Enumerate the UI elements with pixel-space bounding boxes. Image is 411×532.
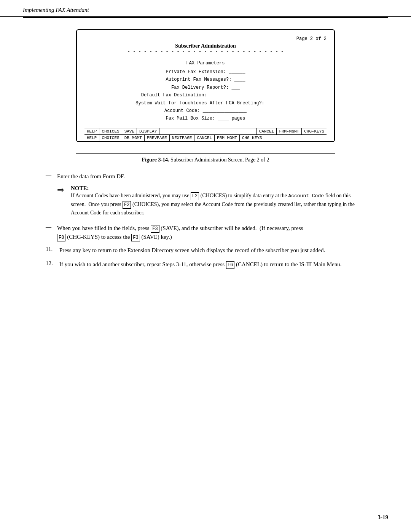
fkey-f3-inline-2: F3 bbox=[131, 234, 140, 241]
fkey-f8-inline: F8 bbox=[57, 234, 65, 241]
fkey-cancel-2[interactable]: CANCEL bbox=[194, 135, 215, 141]
screen-field-line: Default Fax Destination: _______________… bbox=[84, 91, 327, 99]
note-content: NOTE: If Account Codes have been adminis… bbox=[71, 185, 365, 217]
dash-item-2: — When you have filled in the fields, pr… bbox=[46, 224, 365, 241]
numbered-item-11: 11. Press any key to return to the Exten… bbox=[46, 246, 365, 255]
fkey-display[interactable]: DISPLAY bbox=[137, 128, 159, 134]
screen-field-line: Account Code: ________________ bbox=[84, 107, 327, 115]
screen-field-line: System Wait for Touchtones After FCA Gre… bbox=[84, 99, 327, 107]
screen-title: Subscriber Administration bbox=[84, 43, 327, 49]
fkey-row-1: HELP CHOICES SAVE DISPLAY CANCEL FRM-MGM… bbox=[84, 128, 327, 135]
screen-dashes: - - - - - - - - - - - - - - - - - - - - … bbox=[84, 49, 327, 54]
num-text-11: Press any key to return to the Extension… bbox=[59, 246, 325, 255]
note-block: ⇒ NOTE: If Account Codes have been admin… bbox=[57, 185, 365, 217]
fkey-cancel-1[interactable]: CANCEL bbox=[257, 128, 277, 134]
note-label: NOTE: bbox=[71, 185, 365, 192]
fkey-f6-inline: F6 bbox=[226, 261, 234, 269]
fkey-frmmgmt-2[interactable]: FRM-MGMT bbox=[215, 135, 240, 141]
screen-box: Page 2 of 2 Subscriber Administration - … bbox=[76, 29, 335, 142]
fkey-help-2[interactable]: HELP bbox=[84, 135, 99, 141]
fkey-area: HELP CHOICES SAVE DISPLAY CANCEL FRM-MGM… bbox=[84, 128, 327, 141]
fkey-choices-2[interactable]: CHOICES bbox=[99, 135, 122, 141]
screen-field-line: Fax Mail Box Size: ____ pages bbox=[84, 115, 327, 122]
num-bullet-12: 12. bbox=[46, 260, 59, 267]
screen-section-label: FAX Parameters bbox=[84, 61, 327, 66]
page-footer: 3-19 bbox=[378, 514, 389, 521]
numbered-item-12: 12. If you wish to add another subscribe… bbox=[46, 260, 365, 269]
dash-text-1: Enter the data from Form DF. bbox=[57, 172, 125, 181]
note-text: If Account Codes have been administered,… bbox=[71, 192, 365, 217]
main-content: Page 2 of 2 Subscriber Administration - … bbox=[0, 18, 411, 286]
figure-number: Figure 3-14. bbox=[142, 157, 169, 163]
header-title: Implementing FAX Attendant bbox=[23, 7, 89, 13]
note-arrow-icon: ⇒ bbox=[57, 185, 68, 217]
screen-field-line: Fax Delivery Report?: ___ bbox=[84, 84, 327, 91]
dash-item-1: — Enter the data from Form DF. bbox=[46, 172, 365, 181]
fkey-f3-inline-1: F3 bbox=[151, 225, 159, 233]
fkey-dbmgmt[interactable]: DB MGMT bbox=[122, 135, 145, 141]
fkey-f2-inline-1: F2 bbox=[191, 192, 199, 200]
fkey-row-2: HELP CHOICES DB MGMT PREVPAGE NEXTPAGE C… bbox=[84, 135, 327, 141]
fkey-nextpage[interactable]: NEXTPAGE bbox=[170, 135, 195, 141]
fkey-save[interactable]: SAVE bbox=[122, 128, 137, 134]
dash-bullet-2: — bbox=[46, 224, 57, 230]
fkey-choices-1[interactable]: CHOICES bbox=[99, 128, 122, 134]
numbered-list: 11. Press any key to return to the Exten… bbox=[46, 246, 365, 269]
fkey-chgkeys-2[interactable]: CHG-KEYS bbox=[240, 135, 264, 141]
fkey-help-1[interactable]: HELP bbox=[84, 128, 99, 134]
screen-page-num: Page 2 of 2 bbox=[84, 36, 327, 42]
account-code-mono: Account Code bbox=[288, 193, 324, 199]
screen-field-line: Autoprint Fax Messages?: ____ bbox=[84, 76, 327, 83]
figure-caption: Figure 3-14. Subscriber Administration S… bbox=[76, 153, 335, 163]
fkey-chgkeys-1[interactable]: CHG-KEYS bbox=[302, 128, 327, 134]
screen-title-area: Subscriber Administration - - - - - - - … bbox=[84, 43, 327, 54]
dash-text-2: When you have filled in the fields, pres… bbox=[57, 224, 303, 241]
screen-field-line: Private Fax Extension: ______ bbox=[84, 68, 327, 76]
figure-text: Subscriber Administration Screen, Page 2… bbox=[170, 157, 269, 163]
page-number: 3-19 bbox=[378, 514, 389, 520]
num-bullet-11: 11. bbox=[46, 246, 59, 252]
fkey-prevpage[interactable]: PREVPAGE bbox=[145, 135, 170, 141]
screen-fields: Private Fax Extension: ______ Autoprint … bbox=[84, 68, 327, 123]
fkey-empty-1 bbox=[159, 128, 257, 134]
body-section: — Enter the data from Form DF. ⇒ NOTE: I… bbox=[46, 172, 365, 241]
fkey-f2-inline-2: F2 bbox=[123, 201, 131, 209]
fkey-frmmgmt-1[interactable]: FRM-MGMT bbox=[277, 128, 302, 134]
dash-bullet-1: — bbox=[46, 172, 57, 179]
page-header: Implementing FAX Attendant bbox=[0, 0, 411, 17]
num-text-12: If you wish to add another subscriber, r… bbox=[59, 260, 342, 269]
